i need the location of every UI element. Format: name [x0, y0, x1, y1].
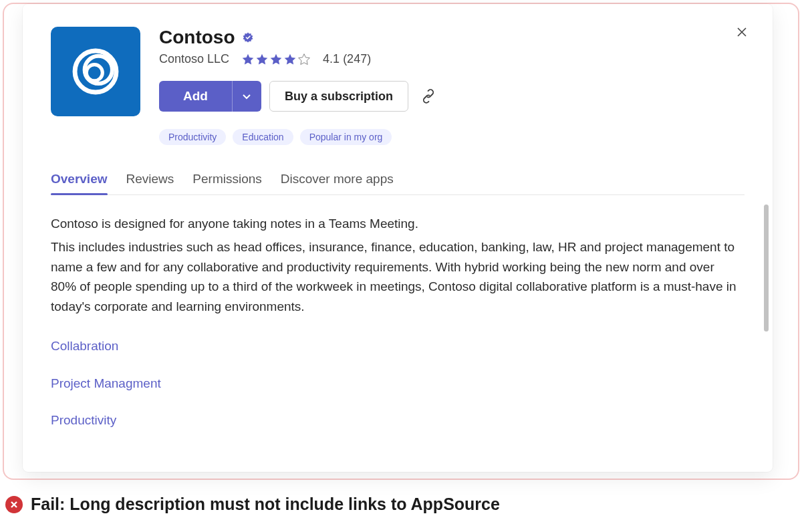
app-icon [51, 27, 140, 116]
category-tag[interactable]: Education [233, 129, 293, 145]
app-details-dialog: Contoso Contoso LLC 4.1 (247) Add [23, 4, 773, 472]
tab-permissions[interactable]: Permissions [192, 172, 261, 194]
star-filled-icon [269, 53, 283, 66]
copy-link-button[interactable] [416, 84, 440, 108]
rating-text: 4.1 (247) [323, 52, 371, 66]
add-split-button: Add [159, 81, 261, 112]
fail-message: Fail: Long description must not include … [31, 495, 500, 514]
scrollbar-thumb[interactable] [764, 205, 769, 331]
link-icon [420, 88, 436, 104]
overview-link[interactable]: Productivity [51, 410, 739, 430]
close-icon [735, 25, 749, 39]
overview-links: CollabrationProject ManagmentProductivit… [51, 336, 739, 430]
overview-paragraph: Contoso is designed for anyone taking no… [51, 214, 739, 233]
overview-link[interactable]: Collabration [51, 336, 739, 356]
app-title: Contoso [159, 27, 235, 48]
overview-body: Contoso is designed for anyone taking no… [51, 214, 745, 430]
star-filled-icon [283, 53, 297, 66]
app-header-main: Contoso Contoso LLC 4.1 (247) Add [159, 27, 745, 145]
tabs: OverviewReviewsPermissionsDiscover more … [51, 172, 745, 195]
add-dropdown-button[interactable] [232, 81, 261, 112]
star-empty-icon [297, 53, 311, 66]
add-button[interactable]: Add [159, 81, 232, 112]
category-tag[interactable]: Productivity [159, 129, 226, 145]
star-filled-icon [255, 53, 269, 66]
chevron-down-icon [241, 91, 252, 102]
tag-row: ProductivityEducationPopular in my org [159, 129, 745, 145]
overview-link[interactable]: Project Managment [51, 374, 739, 393]
tab-discover-more-apps[interactable]: Discover more apps [281, 172, 394, 194]
error-icon [5, 496, 23, 513]
tab-overview[interactable]: Overview [51, 172, 108, 194]
svg-point-2 [86, 65, 102, 81]
tab-reviews[interactable]: Reviews [126, 172, 174, 194]
swirl-icon [67, 43, 124, 100]
verified-badge-icon [242, 31, 254, 43]
close-button[interactable] [731, 21, 753, 45]
overview-paragraph: This includes industries such as head of… [51, 237, 739, 316]
star-rating [241, 53, 311, 66]
category-tag[interactable]: Popular in my org [300, 129, 392, 145]
publisher-name: Contoso LLC [159, 52, 229, 66]
buy-subscription-button[interactable]: Buy a subscription [269, 81, 408, 112]
action-row: Add Buy a subscription [159, 81, 745, 112]
fail-annotation: Fail: Long description must not include … [5, 495, 500, 514]
star-filled-icon [241, 53, 255, 66]
app-header: Contoso Contoso LLC 4.1 (247) Add [51, 27, 745, 145]
